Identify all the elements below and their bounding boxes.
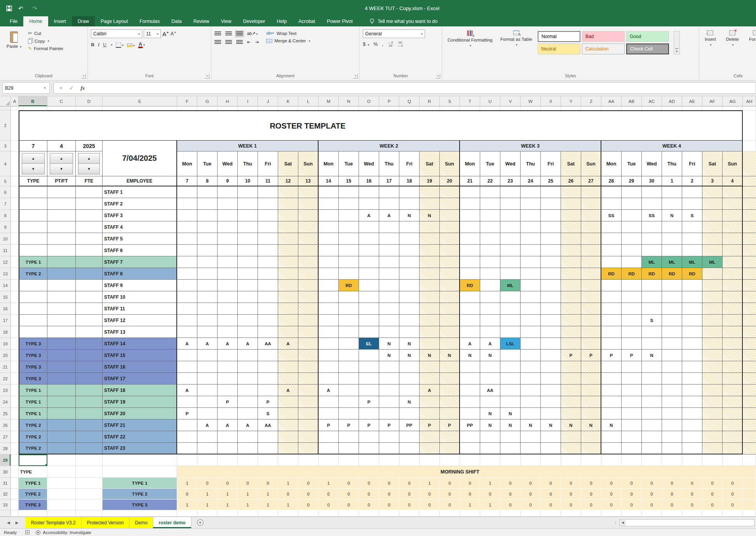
date-I[interactable]: 10	[238, 176, 258, 186]
cell-C26[interactable]	[47, 419, 76, 431]
cell-G12[interactable]	[197, 256, 218, 268]
cell-T23[interactable]	[460, 385, 480, 396]
underline-dropdown[interactable]: ▾	[111, 43, 112, 47]
cell-AF26[interactable]	[702, 419, 723, 431]
col-header-R[interactable]: R	[420, 96, 440, 106]
row-header-31[interactable]: 31	[0, 478, 11, 489]
cell-L34[interactable]	[298, 510, 319, 517]
cell-O24[interactable]: P	[359, 396, 379, 408]
cell-C23[interactable]	[47, 385, 76, 396]
cell-AE6[interactable]	[682, 186, 702, 198]
row-header-4[interactable]: 4	[0, 151, 11, 176]
cell-I1[interactable]	[238, 106, 258, 110]
cell-D29[interactable]	[76, 454, 103, 466]
cell-M24[interactable]	[319, 396, 339, 408]
cell-AH29[interactable]	[743, 454, 756, 466]
cell-F7[interactable]	[177, 198, 197, 210]
cell-A12[interactable]	[11, 256, 19, 268]
cell-Y15[interactable]	[561, 291, 581, 303]
cell-AB21[interactable]	[622, 361, 642, 373]
cell-AH20[interactable]	[743, 350, 756, 361]
cell-X16[interactable]	[541, 303, 561, 315]
cell-T12[interactable]	[460, 256, 480, 268]
cell-P17[interactable]	[379, 315, 399, 326]
cell-AA12[interactable]	[601, 256, 622, 268]
cell-P22[interactable]	[379, 373, 399, 385]
menu-tab-view[interactable]: View	[215, 16, 237, 26]
cell-AB10[interactable]	[622, 233, 642, 245]
cell-B3[interactable]: 7	[19, 141, 47, 151]
cell-I19[interactable]: A	[238, 338, 258, 350]
cell-M7[interactable]	[319, 198, 339, 210]
col-header-T[interactable]: T	[460, 96, 480, 106]
format-as-table-button[interactable]: Format as Table▾	[498, 30, 535, 73]
date-AA[interactable]: 28	[601, 176, 622, 186]
cell-B1[interactable]	[19, 106, 47, 110]
row-header-11[interactable]: 11	[0, 245, 11, 256]
cell-AA7[interactable]	[601, 198, 622, 210]
cell-AB9[interactable]	[622, 221, 642, 233]
cell-F14[interactable]	[177, 280, 197, 291]
cell-G24[interactable]	[197, 396, 218, 408]
cell-G29[interactable]	[197, 454, 218, 466]
cell-W9[interactable]	[521, 221, 541, 233]
cell-X29[interactable]	[541, 454, 561, 466]
col-header-E[interactable]: E	[103, 96, 177, 106]
col-header-P[interactable]: P	[379, 96, 399, 106]
count-Z33[interactable]: 0	[581, 499, 601, 510]
cell-F8[interactable]	[177, 210, 197, 221]
cell-N14[interactable]: RD	[339, 280, 359, 291]
cell-X14[interactable]	[541, 280, 561, 291]
cell-A15[interactable]	[11, 291, 19, 303]
font-size-select[interactable]: 11▾	[144, 30, 161, 38]
cell-D9[interactable]	[76, 221, 103, 233]
cell-A34[interactable]	[11, 510, 19, 517]
cell-D8[interactable]	[76, 210, 103, 221]
count-O32[interactable]: 0	[359, 489, 379, 499]
staff-name-14[interactable]: STAFF 9	[103, 280, 177, 291]
cell-AD12[interactable]: ML	[662, 256, 682, 268]
cell-X24[interactable]	[541, 396, 561, 408]
spinner-B-down[interactable]: ▼	[22, 164, 44, 174]
cell-W12[interactable]	[521, 256, 541, 268]
day-header-AB[interactable]: Tue	[622, 151, 642, 176]
row-header-28[interactable]: 28	[0, 443, 11, 454]
cell-U28[interactable]	[480, 443, 500, 454]
cell-B15[interactable]	[19, 291, 47, 303]
cell-X17[interactable]	[541, 315, 561, 326]
cell-F15[interactable]	[177, 291, 197, 303]
count-S32[interactable]: 0	[440, 489, 460, 499]
align-bottom-button[interactable]	[236, 31, 243, 36]
cell-I28[interactable]	[238, 443, 258, 454]
cell-B23[interactable]: TYPE 1	[19, 385, 47, 396]
col-header-K[interactable]: K	[278, 96, 298, 106]
cell-AG19[interactable]	[723, 338, 743, 350]
cell-S16[interactable]	[440, 303, 460, 315]
cell-H26[interactable]: A	[218, 419, 238, 431]
cell-M34[interactable]	[319, 510, 339, 517]
cell-O7[interactable]	[359, 198, 379, 210]
cell-AH25[interactable]	[743, 408, 756, 419]
count-P32[interactable]: 0	[379, 489, 399, 499]
cell-G1[interactable]	[197, 106, 218, 110]
cell-R6[interactable]	[420, 186, 440, 198]
header-ptft[interactable]: PT/FT	[47, 176, 76, 186]
staff-name-28[interactable]: STAFF 23	[103, 443, 177, 454]
col-header-AG[interactable]: AG	[723, 96, 743, 106]
cell-B6[interactable]	[19, 186, 47, 198]
cell-A22[interactable]	[11, 373, 19, 385]
cell-J14[interactable]	[258, 280, 278, 291]
cell-S26[interactable]: P	[440, 419, 460, 431]
cell-Y34[interactable]	[561, 510, 581, 517]
menu-tab-help[interactable]: Help	[271, 16, 293, 26]
cell-E29[interactable]	[103, 454, 177, 466]
count-H31[interactable]: 0	[218, 478, 238, 489]
cell-B14[interactable]	[19, 280, 47, 291]
cell-N19[interactable]	[339, 338, 359, 350]
count-AA31[interactable]: 0	[601, 478, 622, 489]
count-AB31[interactable]: 0	[622, 478, 642, 489]
count-L32[interactable]: 0	[298, 489, 319, 499]
cell-Y14[interactable]	[561, 280, 581, 291]
cell-P34[interactable]	[379, 510, 399, 517]
cell-AE12[interactable]: ML	[682, 256, 702, 268]
